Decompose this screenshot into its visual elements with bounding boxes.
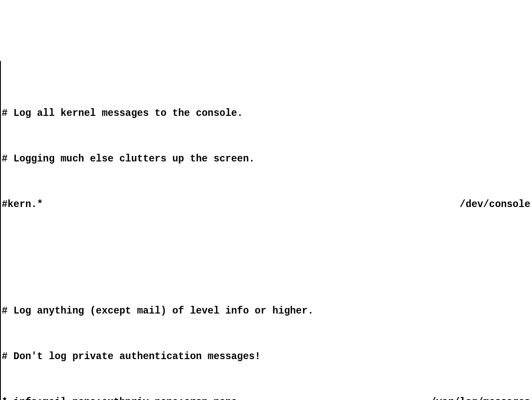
comment-text: # Don't log private authentication messa… — [2, 349, 260, 365]
comment-line: # Log anything (except mail) of level in… — [1, 304, 531, 319]
comment-line: # Don't log private authentication messa… — [1, 349, 531, 365]
rule-line: #kern.*/dev/console — [1, 197, 531, 213]
rule-line: *.info;mail.none;authpriv.none;cron.none… — [1, 395, 531, 400]
config-file-editor[interactable]: # Log all kernel messages to the console… — [0, 61, 531, 400]
comment-line: # Logging much else clutters up the scre… — [1, 152, 531, 167]
rule-selector: #kern.* — [2, 197, 43, 213]
rule-target: /dev/console — [460, 197, 531, 213]
comment-text: # Logging much else clutters up the scre… — [2, 152, 255, 167]
comment-text: # Log all kernel messages to the console… — [2, 106, 243, 121]
blank-line — [1, 243, 531, 258]
rule-selector: *.info;mail.none;authpriv.none;cron.none — [2, 395, 237, 400]
rule-target: /var/log/messages — [430, 395, 531, 400]
comment-text: # Log anything (except mail) of level in… — [2, 304, 314, 319]
comment-line: # Log all kernel messages to the console… — [1, 106, 531, 121]
